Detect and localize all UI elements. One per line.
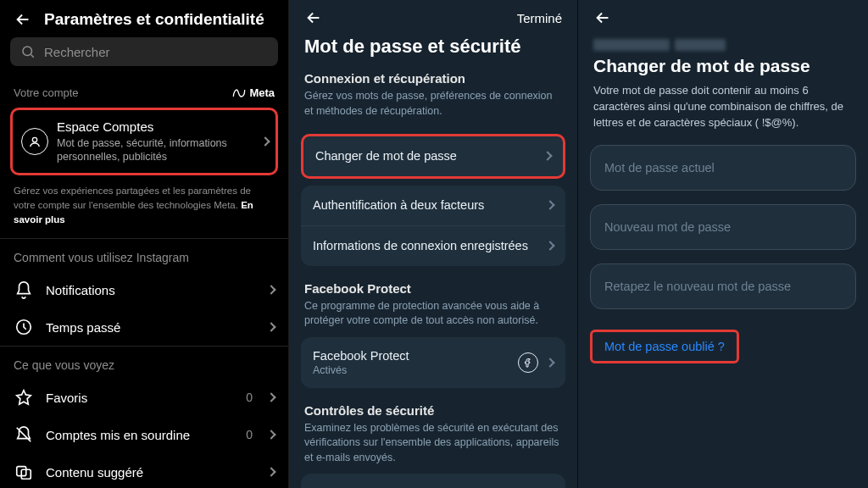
time-spent-label: Temps passé bbox=[46, 320, 256, 335]
what-you-see-label: Ce que vous voyez bbox=[0, 347, 288, 379]
notifications-item[interactable]: Notifications bbox=[0, 271, 288, 308]
login-locations-item[interactable]: Lieux de connexion bbox=[301, 474, 565, 488]
chevron-right-icon bbox=[542, 152, 552, 161]
security-checks-desc: Examinez les problèmes de sécurité en ex… bbox=[289, 419, 577, 474]
chevron-right-icon bbox=[266, 286, 275, 295]
back-button[interactable] bbox=[14, 10, 32, 29]
svg-point-1 bbox=[32, 137, 36, 141]
fb-protect-right bbox=[518, 352, 554, 373]
bell-icon bbox=[14, 280, 34, 300]
fb-protect-left: Facebook Protect Activés bbox=[313, 349, 409, 376]
meta-icon bbox=[232, 88, 246, 98]
security-checks-list: Lieux de connexion bbox=[301, 474, 565, 488]
two-factor-label: Authentification à deux facteurs bbox=[313, 197, 491, 214]
panel3-title: Changer de mot de passe bbox=[578, 54, 868, 83]
espace-subtitle: Mot de passe, sécurité, informations per… bbox=[57, 136, 253, 165]
notifications-label: Notifications bbox=[46, 283, 256, 297]
clock-icon bbox=[14, 317, 34, 337]
fb-protect-label: Facebook Protect bbox=[313, 349, 409, 363]
password-security-panel: Terminé Mot de passe et sécurité Connexi… bbox=[289, 0, 578, 488]
svg-point-0 bbox=[23, 47, 32, 56]
suggested-label: Contenu suggéré bbox=[46, 465, 256, 480]
chevron-right-icon bbox=[266, 323, 275, 332]
new-password-input[interactable] bbox=[590, 204, 856, 250]
suggested-content-item[interactable]: Contenu suggéré bbox=[0, 453, 288, 488]
forgot-password-link[interactable]: Mot de passe oublié ? bbox=[590, 330, 739, 363]
change-password-panel: Changer de mot de passe Votre mot de pas… bbox=[578, 0, 868, 488]
time-spent-item[interactable]: Temps passé bbox=[0, 308, 288, 346]
change-password-label: Changer de mot de passe bbox=[315, 148, 464, 164]
fb-protect-list: Facebook Protect Activés bbox=[301, 337, 565, 388]
fb-protect-title: Facebook Protect bbox=[289, 280, 577, 297]
suggested-icon bbox=[14, 462, 34, 482]
panel3-header bbox=[578, 0, 868, 32]
account-section-label: Votre compte bbox=[14, 86, 79, 99]
account-icon bbox=[21, 128, 48, 155]
espace-title: Espace Comptes bbox=[57, 119, 253, 136]
forgot-password-label: Mot de passe oublié ? bbox=[604, 340, 725, 353]
forgot-password-wrap: Mot de passe oublié ? bbox=[590, 330, 856, 363]
meta-fineprint: Gérez vos expériences partagées et les p… bbox=[0, 184, 288, 238]
fb-protect-desc: Ce programme de protection avancée vous … bbox=[289, 297, 577, 337]
login-recovery-list: Authentification à deux facteurs Informa… bbox=[301, 186, 565, 266]
saved-login-item[interactable]: Informations de connexion enregistrées bbox=[301, 226, 565, 266]
chevron-right-icon bbox=[545, 201, 554, 210]
saved-login-label: Informations de connexion enregistrées bbox=[313, 238, 535, 254]
search-icon bbox=[20, 44, 36, 59]
password-inputs bbox=[578, 145, 868, 309]
search-wrap: Rechercher bbox=[0, 37, 288, 78]
search-input[interactable]: Rechercher bbox=[10, 37, 278, 66]
favoris-item[interactable]: Favoris 0 bbox=[0, 379, 288, 416]
facebook-icon bbox=[518, 352, 538, 373]
espace-comptes-item[interactable]: Espace Comptes Mot de passe, sécurité, i… bbox=[10, 108, 278, 175]
chevron-right-icon bbox=[266, 468, 275, 477]
retype-password-input[interactable] bbox=[590, 263, 856, 309]
settings-panel: Paramètres et confidentialité Rechercher… bbox=[0, 0, 289, 488]
star-icon bbox=[14, 387, 34, 408]
chevron-right-icon bbox=[545, 241, 554, 250]
meta-brand: Meta bbox=[232, 86, 275, 99]
muted-label: Comptes mis en sourdine bbox=[46, 428, 234, 442]
muted-count: 0 bbox=[246, 428, 253, 441]
espace-text: Espace Comptes Mot de passe, sécurité, i… bbox=[57, 119, 253, 164]
panel2-header: Terminé bbox=[289, 0, 577, 32]
done-button[interactable]: Terminé bbox=[517, 11, 562, 25]
page-title: Paramètres et confidentialité bbox=[44, 10, 264, 29]
chevron-right-icon bbox=[260, 136, 270, 146]
chevron-right-icon bbox=[266, 393, 275, 402]
security-checks-title: Contrôles de sécurité bbox=[289, 402, 577, 419]
how-you-use-label: Comment vous utilisez Instagram bbox=[0, 239, 288, 271]
login-recovery-desc: Gérez vos mots de passe, préférences de … bbox=[289, 87, 577, 127]
panel1-header: Paramètres et confidentialité bbox=[0, 0, 288, 37]
chevron-right-icon bbox=[266, 430, 275, 440]
back-button[interactable] bbox=[304, 8, 323, 27]
favoris-label: Favoris bbox=[46, 391, 234, 405]
two-factor-item[interactable]: Authentification à deux facteurs bbox=[301, 186, 565, 226]
muted-accounts-item[interactable]: Comptes mis en sourdine 0 bbox=[0, 416, 288, 453]
back-button[interactable] bbox=[593, 8, 612, 27]
current-password-input[interactable] bbox=[590, 145, 856, 191]
search-placeholder: Rechercher bbox=[44, 45, 110, 59]
favoris-count: 0 bbox=[246, 391, 253, 404]
fb-protect-item[interactable]: Facebook Protect Activés bbox=[301, 337, 565, 388]
chevron-right-icon bbox=[545, 358, 554, 367]
login-recovery-title: Connexion et récupération bbox=[289, 69, 577, 87]
change-password-item[interactable]: Changer de mot de passe bbox=[301, 134, 565, 179]
fb-protect-status: Activés bbox=[313, 364, 409, 376]
panel2-title: Mot de passe et sécurité bbox=[289, 32, 577, 69]
bell-off-icon bbox=[14, 424, 34, 445]
redacted-account-name bbox=[578, 32, 868, 54]
account-section-row: Votre compte Meta bbox=[0, 78, 288, 104]
password-requirements: Votre mot de passe doit contenir au moin… bbox=[578, 83, 868, 145]
